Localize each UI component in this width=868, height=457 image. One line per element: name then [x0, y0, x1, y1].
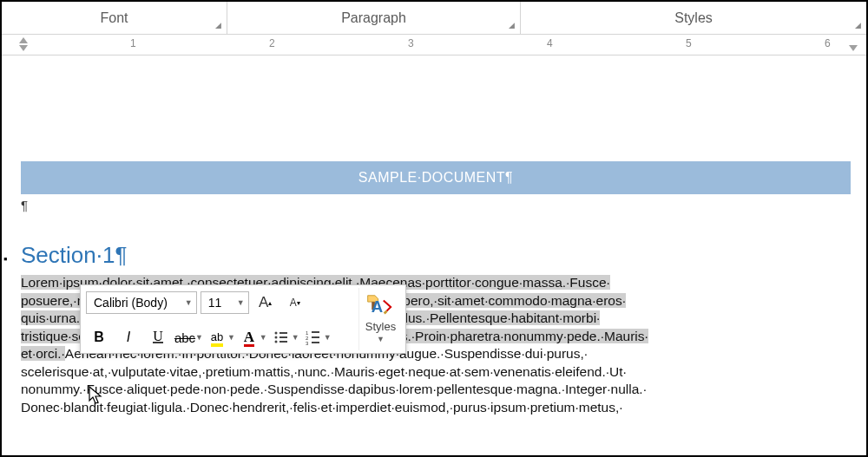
svg-rect-9	[312, 336, 319, 338]
styles-dropdown-button[interactable]: A Styles ▼	[358, 288, 402, 350]
chevron-down-icon[interactable]: ▼	[195, 333, 203, 342]
font-color-button[interactable]: A▼	[239, 325, 267, 349]
chevron-down-icon[interactable]: ▼	[260, 333, 267, 342]
heading-section-1[interactable]: Section·1¶	[21, 242, 851, 269]
chevron-down-icon[interactable]: ▼	[237, 298, 245, 307]
svg-rect-7	[312, 331, 319, 333]
chevron-down-icon[interactable]: ▼	[324, 333, 332, 342]
svg-point-2	[274, 336, 277, 339]
italic-button[interactable]: I	[115, 325, 141, 349]
paragraph-dialog-launcher-icon[interactable]: ◢	[509, 21, 515, 29]
highlight-button[interactable]: ab▼	[207, 325, 235, 349]
svg-rect-3	[279, 336, 287, 338]
empty-paragraph[interactable]: ¶	[21, 198, 851, 212]
ribbon-group-paragraph: Paragraph ◢	[227, 2, 521, 34]
document-title-box[interactable]: SAMPLE·DOCUMENT¶	[21, 161, 851, 194]
svg-text:3: 3	[306, 341, 309, 345]
numbering-icon: 123	[306, 330, 321, 345]
mini-toolbar: Calibri (Body) ▼ 11 ▼ A▴ A▾ B I U abc▼ a…	[80, 284, 406, 354]
font-name-value: Calibri (Body)	[94, 296, 168, 310]
paragraph-group-label: Paragraph	[341, 10, 406, 26]
numbering-button[interactable]: 123▼	[303, 325, 332, 349]
chevron-down-icon[interactable]: ▼	[227, 333, 235, 342]
bullets-button[interactable]: ▼	[271, 325, 299, 349]
chevron-down-icon: ▼	[377, 335, 385, 343]
ruler-tick: 6	[825, 37, 831, 49]
document-canvas[interactable]: SAMPLE·DOCUMENT¶ ¶ Section·1¶ Lorem·ipsu…	[12, 69, 859, 455]
ribbon-groups: Font ◢ Paragraph ◢ Styles ◢	[2, 2, 866, 35]
grow-font-button[interactable]: A▴	[253, 291, 279, 315]
styles-dialog-launcher-icon[interactable]: ◢	[855, 21, 861, 29]
styles-dropdown-label: Styles	[365, 320, 396, 333]
svg-text:A: A	[371, 297, 382, 315]
shrink-font-button[interactable]: A▾	[282, 291, 308, 315]
font-name-combo[interactable]: Calibri (Body) ▼	[86, 291, 197, 314]
svg-rect-11	[312, 342, 319, 343]
styles-icon: A	[370, 296, 392, 318]
chevron-down-icon[interactable]: ▼	[292, 333, 299, 342]
font-size-combo[interactable]: 11 ▼	[201, 291, 249, 314]
font-group-label: Font	[100, 10, 128, 26]
strikethrough-button[interactable]: abc▼	[174, 325, 203, 349]
ruler-tick: 2	[269, 37, 275, 49]
underline-button[interactable]: U	[145, 325, 171, 349]
chevron-down-icon[interactable]: ▼	[185, 298, 193, 307]
object-anchor-icon: ▪	[3, 252, 8, 265]
ribbon-group-font: Font ◢	[2, 2, 227, 34]
ribbon-group-styles: Styles ◢	[521, 2, 866, 34]
font-dialog-launcher-icon[interactable]: ◢	[215, 21, 221, 29]
ruler-tick: 4	[547, 37, 553, 49]
styles-group-label: Styles	[674, 10, 713, 26]
svg-rect-5	[279, 341, 287, 343]
body-text-rest[interactable]: Aenean·nec·lorem.·In·porttitor.·Donec·la…	[21, 346, 647, 415]
ruler-tick: 3	[408, 37, 414, 49]
ruler-tick: 5	[686, 37, 692, 49]
ruler[interactable]: 1 2 3 4 5 6	[2, 35, 866, 55]
svg-rect-1	[279, 332, 287, 334]
bold-button[interactable]: B	[86, 325, 112, 349]
bullets-icon	[273, 330, 289, 345]
font-size-value: 11	[208, 296, 222, 310]
svg-point-0	[274, 332, 277, 335]
svg-point-4	[274, 341, 277, 343]
ruler-tick: 1	[130, 37, 136, 49]
